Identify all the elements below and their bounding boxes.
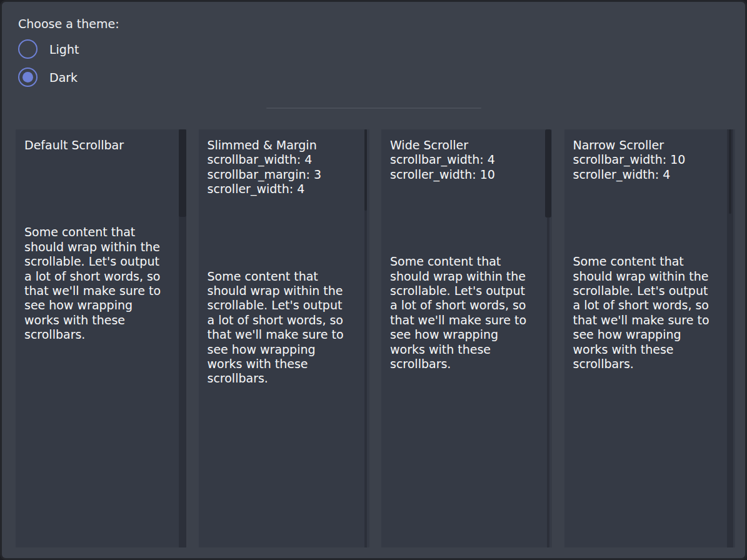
scrollable-default[interactable]: Default Scrollbar Some content that shou… <box>16 129 186 548</box>
spacer <box>24 152 166 225</box>
scrollable-slimmed-margin[interactable]: Slimmed & Margin scrollbar_width: 4 scro… <box>199 129 369 548</box>
radio-option-light[interactable]: Light <box>18 39 745 59</box>
spacer <box>573 182 715 254</box>
spacer <box>208 197 349 269</box>
radio-dark-icon[interactable] <box>18 68 38 87</box>
scrollable-wide-scroller[interactable]: Wide Scroller scrollbar_width: 4 scrolle… <box>381 129 552 548</box>
panel-content: Some content that should wrap within the… <box>24 225 166 342</box>
spacer <box>390 182 532 254</box>
radio-dark-label: Dark <box>49 71 78 84</box>
panel-property: scrollbar_width: 4 <box>208 152 349 167</box>
scrollable-narrow-scroller[interactable]: Narrow Scroller scrollbar_width: 10 scro… <box>564 129 735 548</box>
panel-property: scrollbar_margin: 3 <box>208 168 349 182</box>
panel-property: scrollbar_width: 10 <box>573 152 715 167</box>
radio-light-icon[interactable] <box>18 39 38 59</box>
panel-property: scrollbar_width: 4 <box>390 152 532 167</box>
panel-content: Some content that should wrap within the… <box>573 254 715 371</box>
scrollbar-thumb[interactable] <box>545 129 551 218</box>
scrollbar-thumb[interactable] <box>729 129 731 214</box>
panel-property: scroller_width: 4 <box>208 182 349 196</box>
panel-property: scroller_width: 10 <box>390 168 532 182</box>
app-window: Choose a theme: Light Dark Default Scrol… <box>0 0 747 560</box>
panel-title: Slimmed & Margin <box>208 138 349 152</box>
panel-content: Some content that should wrap within the… <box>390 254 532 371</box>
panel-content: Some content that should wrap within the… <box>208 269 349 386</box>
panel-title: Default Scrollbar <box>24 138 166 152</box>
scrollable-panels-row: Default Scrollbar Some content that shou… <box>2 129 745 548</box>
scrollbar-thumb[interactable] <box>179 129 186 217</box>
theme-chooser: Choose a theme: Light Dark <box>2 2 745 87</box>
radio-light-label: Light <box>49 42 79 56</box>
panel-property: scroller_width: 4 <box>573 168 715 182</box>
radio-option-dark[interactable]: Dark <box>18 68 745 87</box>
panel-title: Wide Scroller <box>390 138 532 152</box>
scrollbar-thumb[interactable] <box>364 129 367 211</box>
horizontal-divider <box>266 108 481 109</box>
panel-title: Narrow Scroller <box>573 138 715 152</box>
radio-dot-icon <box>23 72 33 82</box>
theme-chooser-label: Choose a theme: <box>18 17 745 31</box>
